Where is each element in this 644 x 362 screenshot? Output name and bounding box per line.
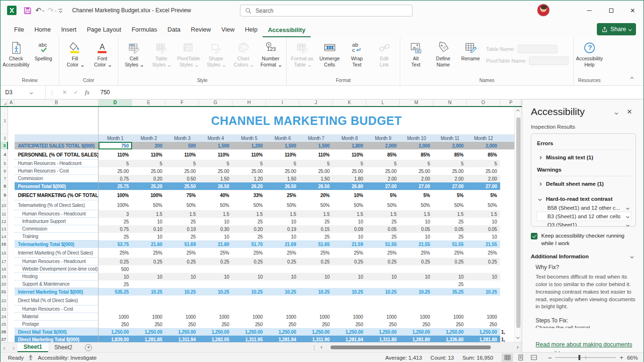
grid-cell[interactable] — [299, 265, 333, 273]
grid-cell[interactable]: 50% — [132, 200, 165, 210]
grid-cell[interactable] — [8, 210, 15, 218]
grid-cell[interactable]: 27.00 — [433, 182, 467, 190]
grid-cell[interactable]: 10.25 — [165, 288, 199, 296]
grid-cell[interactable]: 21.55 — [400, 240, 433, 248]
grid-cell[interactable]: 26.50 — [266, 182, 299, 190]
contrast-item-1[interactable]: B3 (Sheet1) and 12 other cells — [537, 212, 631, 221]
grid-cell[interactable]: 21.60 — [132, 240, 165, 248]
grid-cell[interactable]: 21.59 — [333, 240, 366, 248]
contrast-item-2[interactable]: Q3 (Sheet1) — [537, 221, 631, 227]
grid-cell[interactable]: 10 — [299, 273, 333, 280]
grid-cell[interactable] — [8, 280, 15, 288]
grid-cell[interactable]: 250 — [232, 321, 266, 328]
grid-cell[interactable] — [8, 328, 15, 336]
grid-cell[interactable] — [132, 265, 165, 273]
grid-cell[interactable]: 25% — [232, 248, 266, 258]
grid-cell[interactable]: 1000 — [165, 313, 199, 321]
grid-cell[interactable]: 25% — [165, 248, 199, 258]
grid-cell-B13[interactable]: Commission — [15, 225, 99, 233]
grid-cell[interactable] — [165, 305, 199, 313]
grid-cell[interactable]: 0.25 — [433, 258, 467, 265]
grid-cell[interactable]: 25 — [232, 218, 266, 225]
grid-cell[interactable]: 1000 — [400, 313, 433, 321]
grid-cell[interactable]: 1.50 — [199, 175, 232, 182]
grid-cell[interactable]: 1.5 — [333, 210, 366, 218]
column-header-B[interactable]: B — [15, 99, 99, 106]
contrast-item-0[interactable]: B58 (Sheet1) and 12 other c... — [537, 204, 631, 212]
new-sheet-button[interactable]: + — [85, 344, 92, 351]
grid-cell[interactable]: 1.20 — [232, 175, 266, 182]
tab-insert[interactable]: Insert — [56, 22, 82, 37]
grid-cell-B26[interactable]: Direct Mail Total $(000) — [15, 328, 99, 336]
grid-cell[interactable]: 25 — [433, 218, 467, 225]
grid-cell[interactable] — [500, 134, 514, 142]
grid-cell[interactable] — [500, 273, 514, 280]
grid-cell[interactable]: 1, — [500, 328, 514, 336]
tabbar-more-icon[interactable]: ⋮ — [312, 345, 317, 351]
grid-cell[interactable] — [500, 200, 514, 210]
zoom-slider[interactable] — [555, 357, 616, 358]
grid-cell[interactable]: 0.19 — [165, 225, 199, 233]
grid-cell[interactable]: 110% — [132, 149, 165, 160]
grid-cell[interactable]: 200 — [132, 142, 165, 149]
grid-cell[interactable]: 26.50 — [299, 182, 333, 190]
grid-cell[interactable]: 10 — [366, 273, 400, 280]
grid-cell[interactable]: 10 — [333, 233, 366, 240]
grid-cell[interactable]: 27.00 — [400, 182, 433, 190]
grid-cell[interactable]: 0.05 — [433, 225, 467, 233]
scroll-left-icon[interactable] — [321, 346, 323, 349]
grid-cell[interactable]: 1,281.80 — [400, 336, 433, 342]
sheet-tab-sheet2[interactable]: Sheet2 — [48, 343, 78, 352]
grid-cell[interactable]: 10 — [199, 233, 232, 240]
grid-cell[interactable]: 10.25 — [299, 288, 333, 296]
grid-cell[interactable]: 0.20 — [232, 225, 266, 233]
grid-cell[interactable]: 25% — [266, 248, 299, 258]
tab-file[interactable]: File — [9, 22, 29, 37]
grid-cell[interactable]: Month 1 — [99, 134, 132, 142]
grid-cell[interactable]: 0.25 — [400, 258, 433, 265]
grid-cell[interactable]: 27.00 — [467, 182, 500, 190]
grid-cell[interactable]: 10 — [199, 218, 232, 225]
grid-cell[interactable]: 26.20 — [232, 182, 266, 190]
grid-cell[interactable]: 1,311.90 — [299, 336, 333, 342]
grid-cell[interactable]: 25.00 — [199, 167, 232, 175]
grid-cell[interactable]: 2,000 — [467, 142, 500, 149]
grid-cell-B25[interactable]: Postage — [15, 321, 99, 328]
grid-cell[interactable]: 25% — [132, 248, 165, 258]
cell-styles-button[interactable]: CellStyles — [120, 40, 148, 69]
row-header-11[interactable]: 11 — [0, 210, 8, 218]
column-header-G[interactable]: G — [199, 99, 232, 106]
grid-cell[interactable]: 25% — [433, 248, 467, 258]
grid-cell[interactable]: 25.00 — [467, 167, 500, 175]
row-header-4[interactable]: 4 — [0, 149, 8, 160]
wrap-text-button[interactable]: abcWrapText — [343, 40, 371, 69]
grid-cell[interactable]: 0.25 — [266, 258, 299, 265]
grid-cell[interactable]: 0.50 — [165, 175, 199, 182]
row-header-14[interactable]: 14 — [0, 233, 8, 240]
grid-cell[interactable]: 2,000 — [433, 142, 467, 149]
grid-cell[interactable] — [8, 218, 15, 225]
grid-cell[interactable] — [8, 175, 15, 182]
grid-cell[interactable] — [500, 149, 514, 160]
grid-cell[interactable]: 5 — [400, 160, 433, 167]
grid-cell[interactable] — [266, 265, 299, 273]
grid-cell[interactable]: 0.75 — [99, 175, 132, 182]
grid-cell[interactable] — [433, 296, 467, 305]
grid-cell[interactable] — [199, 296, 232, 305]
grid-cell[interactable]: 51.65 — [299, 240, 333, 248]
grid-cell[interactable]: 5 — [299, 160, 333, 167]
grid-cell[interactable]: 1,800 — [333, 142, 366, 149]
grid-cell[interactable]: 21.80 — [199, 240, 232, 248]
grid-cell[interactable] — [467, 296, 500, 305]
vertical-scrollbar[interactable] — [514, 107, 522, 342]
grid-cell[interactable]: 100% — [132, 190, 165, 200]
grid-cell[interactable]: 250 — [333, 321, 366, 328]
grid-cell[interactable]: 25.00 — [366, 167, 400, 175]
grid-cell[interactable]: 25.00 — [165, 167, 199, 175]
grid-cell[interactable]: 50% — [299, 200, 333, 210]
grid-cell-B22[interactable]: Direct Mail (% of Direct Sales) — [15, 296, 99, 305]
grid-cell[interactable]: 27.00 — [366, 182, 400, 190]
grid-cell[interactable]: 25 — [366, 233, 400, 240]
grid-cell[interactable] — [8, 160, 15, 167]
grid-cell[interactable]: 1.80 — [333, 175, 366, 182]
